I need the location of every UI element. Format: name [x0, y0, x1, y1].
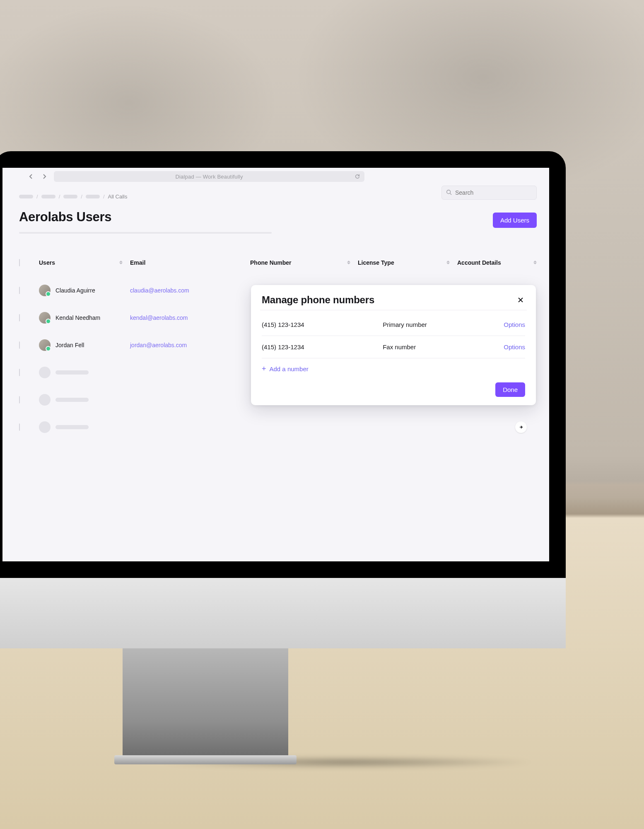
sort-icon[interactable]	[347, 261, 358, 264]
column-email[interactable]: Email	[130, 259, 250, 266]
column-account[interactable]: Account Details	[457, 259, 544, 266]
phone-number-options[interactable]: Options	[504, 343, 525, 350]
user-name: Kendal Needham	[55, 314, 100, 321]
user-email[interactable]: kendal@aerolabs.com	[130, 314, 188, 321]
row-checkbox[interactable]	[19, 287, 20, 294]
phone-number-label: Fax number	[383, 343, 504, 350]
phone-number-options[interactable]: Options	[504, 321, 525, 328]
breadcrumb-ghost	[19, 195, 33, 198]
user-name: Jordan Fell	[55, 342, 84, 348]
nav-forward-button[interactable]	[41, 173, 48, 180]
row-checkbox[interactable]	[19, 314, 20, 321]
done-button[interactable]: Done	[495, 382, 525, 397]
add-number-button[interactable]: + Add a number	[262, 358, 525, 375]
tab-indicator	[19, 232, 272, 234]
breadcrumb-ghost	[86, 195, 100, 198]
phone-number-label: Primary number	[383, 321, 504, 328]
add-number-label: Add a number	[270, 365, 309, 372]
avatar	[39, 312, 51, 324]
column-phone[interactable]: Phone Number	[250, 259, 358, 266]
row-checkbox[interactable]	[19, 341, 20, 349]
page-title: Aerolabs Users	[19, 210, 111, 225]
row-checkbox[interactable]	[19, 369, 20, 376]
avatar	[39, 339, 51, 351]
search-icon	[446, 189, 452, 196]
avatar	[39, 285, 51, 296]
plus-icon: +	[262, 365, 266, 372]
row-checkbox[interactable]	[19, 396, 20, 404]
row-expand-button[interactable]	[515, 421, 527, 433]
page-title-in-addr: Dialpad — Work Beautifully	[175, 174, 243, 180]
breadcrumb-ghost	[41, 195, 55, 198]
column-users[interactable]: Users	[39, 259, 130, 266]
select-all-checkbox[interactable]	[19, 259, 20, 266]
phone-number-value: (415) 123-1234	[262, 321, 383, 328]
search-input[interactable]	[455, 189, 532, 196]
svg-point-0	[447, 190, 451, 193]
phone-number-row: (415) 123-1234 Fax number Options	[262, 336, 525, 358]
phone-number-row: (415) 123-1234 Primary number Options	[262, 314, 525, 336]
search-field[interactable]	[441, 186, 537, 200]
sort-icon[interactable]	[533, 261, 544, 264]
user-name: Claudia Aguirre	[55, 287, 95, 294]
table-row-placeholder	[19, 413, 537, 441]
nav-back-button[interactable]	[27, 173, 35, 180]
breadcrumb-ghost	[63, 195, 77, 198]
phone-number-value: (415) 123-1234	[262, 343, 383, 350]
reload-icon[interactable]	[354, 173, 361, 180]
user-email[interactable]: jordan@aerolabs.com	[130, 342, 187, 348]
address-bar[interactable]: Dialpad — Work Beautifully	[54, 171, 364, 182]
add-users-button[interactable]: Add Users	[493, 213, 537, 228]
column-license[interactable]: License Type	[358, 259, 457, 266]
breadcrumb-current[interactable]: All Calls	[108, 193, 128, 200]
user-email[interactable]: claudia@aerolabs.com	[130, 287, 189, 294]
modal-title: Manage phone numbers	[262, 294, 374, 306]
sort-icon[interactable]	[446, 261, 457, 264]
manage-phone-numbers-modal: Manage phone numbers (415) 123-1234 Prim…	[251, 285, 536, 405]
row-checkbox[interactable]	[19, 423, 20, 431]
sort-icon[interactable]	[119, 261, 130, 264]
close-icon[interactable]	[516, 295, 525, 305]
